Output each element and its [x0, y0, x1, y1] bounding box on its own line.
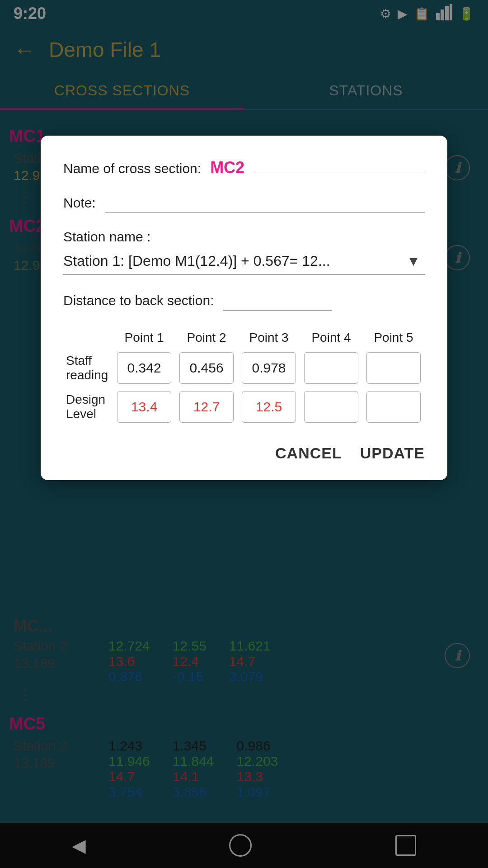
note-label: Note: [63, 195, 96, 211]
station-select-wrapper: Station 1: [Demo M1(12.4)] + 0.567= 12..… [63, 247, 425, 275]
design-level-p1[interactable] [117, 391, 171, 423]
staff-reading-p5[interactable] [366, 352, 421, 384]
distance-row: Distance to back section: [63, 291, 425, 311]
points-table: Point 1 Point 2 Point 3 Point 4 Point 5 … [63, 327, 425, 426]
point2-header: Point 2 [175, 327, 238, 349]
staff-reading-p3[interactable] [242, 352, 296, 384]
point3-header: Point 3 [238, 327, 300, 349]
dialog-actions: CANCEL UPDATE [63, 444, 425, 462]
cancel-button[interactable]: CANCEL [275, 444, 342, 462]
design-level-p3[interactable] [242, 391, 296, 423]
note-input[interactable] [105, 193, 425, 213]
station-name-label: Station name : [63, 229, 425, 245]
staff-reading-p2[interactable] [179, 352, 234, 384]
design-level-p5[interactable] [366, 391, 421, 423]
cross-section-name-label: Name of cross section: [63, 161, 201, 176]
design-level-row: DesignLevel [63, 387, 425, 426]
cross-section-name-value: MC2 [210, 158, 244, 177]
distance-input[interactable] [223, 291, 332, 311]
staff-reading-label: Staffreading [63, 349, 113, 387]
point1-header: Point 1 [113, 327, 175, 349]
design-level-label: DesignLevel [63, 387, 113, 426]
design-level-p2[interactable] [179, 391, 234, 423]
edit-cross-section-dialog: Name of cross section: MC2 Note: Station… [41, 136, 447, 480]
update-button[interactable]: UPDATE [360, 444, 425, 462]
distance-label: Distance to back section: [63, 293, 214, 308]
point5-header: Point 5 [362, 327, 425, 349]
cross-section-name-row: Name of cross section: MC2 [63, 158, 425, 177]
dialog-overlay: Name of cross section: MC2 Note: Station… [0, 0, 488, 868]
points-table-container: Point 1 Point 2 Point 3 Point 4 Point 5 … [63, 327, 425, 426]
design-level-p4[interactable] [304, 391, 358, 423]
staff-reading-row: Staffreading [63, 349, 425, 387]
station-name-row: Station name : Station 1: [Demo M1(12.4)… [63, 229, 425, 275]
point4-header: Point 4 [300, 327, 362, 349]
staff-reading-p4[interactable] [304, 352, 358, 384]
note-row: Note: [63, 193, 425, 213]
staff-reading-p1[interactable] [117, 352, 171, 384]
station-select[interactable]: Station 1: [Demo M1(12.4)] + 0.567= 12..… [63, 247, 425, 275]
